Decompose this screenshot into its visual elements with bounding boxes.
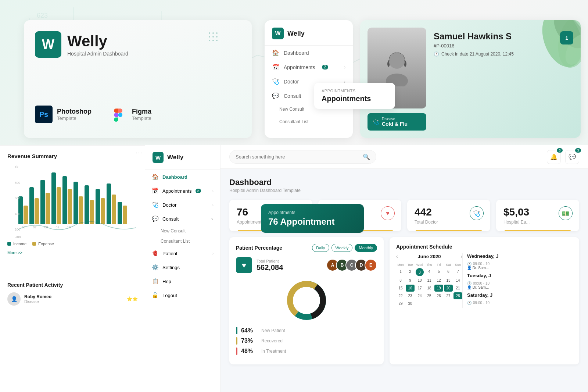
filter-daily[interactable]: Daily <box>312 244 329 252</box>
logout-icon: 🔓 <box>152 292 159 299</box>
doctor-icon: 🩺 <box>272 78 279 85</box>
cal-day[interactable]: 25 <box>425 292 434 299</box>
cal-day[interactable]: 11 <box>425 277 434 284</box>
sidebar-item-patient[interactable]: 🫀 Patient › <box>145 246 220 260</box>
patient-id: #P-00016 <box>434 43 573 49</box>
cal-day[interactable]: 23 <box>406 292 415 299</box>
notification-button[interactable]: 🔔 3 <box>547 150 561 164</box>
svg-point-20 <box>216 36 218 38</box>
cal-day[interactable]: 1 <box>396 268 405 276</box>
cal-day[interactable]: 18 <box>425 285 434 292</box>
stat-doctor: 442 Total Doctor 🩺 <box>407 200 490 231</box>
appt-count: Appointments <box>322 95 388 103</box>
cal-day[interactable]: 26 <box>434 292 443 299</box>
cal-day[interactable]: 5 <box>434 268 443 276</box>
sidebar: W Welly 🏠 Dashboard 📅 Appointments 2 › 🩺… <box>145 145 220 392</box>
nav-brand: W Welly <box>265 28 353 46</box>
cal-day[interactable]: 27 <box>444 292 453 299</box>
search-input[interactable] <box>236 154 360 160</box>
sidebar-item-consult[interactable]: 💬 Consult ∨ <box>145 212 220 226</box>
donut-chart <box>236 278 377 322</box>
sidebar-item-hep[interactable]: 📋 Hep <box>145 274 220 288</box>
brand-logo-area: W Welly Hospital Admin Dashboard <box>35 31 128 58</box>
search-bar[interactable]: 🔍 <box>229 150 376 164</box>
clock-icon: 🕐 <box>434 51 439 57</box>
chevron-icon3: › <box>212 252 214 256</box>
brand-text: Welly Hospital Admin Dashboard <box>67 32 128 57</box>
sidebar-item-settings[interactable]: ⚙️ Settings <box>145 260 220 274</box>
cal-prev-arrow[interactable]: ‹ <box>396 253 398 259</box>
sidebar-item-logout[interactable]: 🔓 Logout <box>145 288 220 302</box>
lower-row: Patient Percentage Daily Weekly Monthly … <box>229 237 579 364</box>
sidebar-item-doctor[interactable]: 🩺 Doctor › <box>145 198 220 212</box>
cal-day[interactable]: 29 <box>396 300 405 307</box>
cal-day-highlight[interactable]: 19 <box>434 285 443 292</box>
nav-item-dashboard[interactable]: 🏠 Dashboard <box>265 46 353 60</box>
nav-item-appointments[interactable]: 📅 Appointments 2 › <box>265 60 353 74</box>
cal-day[interactable]: 12 <box>434 277 443 284</box>
sidebar-item-new-consult[interactable]: New Consult <box>145 226 220 236</box>
stat-label-doctor: Total Doctor <box>415 220 483 225</box>
appointment-schedule-card: Appointment Schedule ‹ June 2020 › Mon T… <box>390 237 579 364</box>
message-button[interactable]: 💬 3 <box>565 150 579 164</box>
cal-day[interactable]: 30 <box>406 300 415 307</box>
filter-weekly[interactable]: Weekly <box>331 244 353 252</box>
cal-day[interactable]: 10 <box>415 277 424 284</box>
calendar-icon: 📅 <box>272 64 279 71</box>
clock-icon3: 🕐 <box>467 301 472 305</box>
cal-day[interactable]: 9 <box>406 277 415 284</box>
patient-profile-card: 🩺 Disease Cold & Flu Samuel Hawkins S #P… <box>360 20 581 138</box>
sidebar-item-dashboard[interactable]: 🏠 Dashboard <box>145 170 220 184</box>
pct-card-header: Patient Percentage Daily Weekly Monthly <box>236 244 377 252</box>
brand-tagline: Hospital Admin Dashboard <box>67 51 128 57</box>
chart-area: 1k800600400200 06 07 08 09 10 <box>7 165 138 239</box>
svg-point-19 <box>212 36 214 38</box>
recovered-indicator <box>236 337 237 345</box>
page-badge: 1 <box>560 31 573 44</box>
cal-day[interactable]: 15 <box>396 285 405 292</box>
cal-day[interactable]: 17 <box>415 285 424 292</box>
clock-icon2: 🕐 <box>467 281 472 285</box>
patient-avatars: A B C D E <box>326 259 377 271</box>
svg-point-16 <box>212 32 214 34</box>
stethoscope-stat-icon: 🩺 <box>470 206 484 220</box>
cal-day[interactable]: 21 <box>453 285 462 292</box>
appt-item-1: 🕐09:00 - 10 👤 Dr. Sam... <box>467 262 573 270</box>
revenue-title: Revenue Summary <box>7 153 57 159</box>
more-link[interactable]: More >> <box>7 250 22 255</box>
appt-green-label: Appointments <box>268 210 356 215</box>
chart-legend: Income Expense <box>7 242 138 246</box>
topbar-icons: 🔔 3 💬 3 <box>547 150 579 164</box>
stat-earning: $5,03 Hospital Ea... 💵 <box>496 200 579 231</box>
figma-template: Figma Template <box>110 106 151 123</box>
dots-menu[interactable]: ⋯ <box>136 149 142 157</box>
bell-icon: 🔔 <box>550 153 557 160</box>
patient-row: 👤 Roby Romeo Disease ⭐⭐ <box>7 292 138 306</box>
filter-monthly[interactable]: Monthly <box>355 244 377 252</box>
nav-item-consultant-list[interactable]: Consultant List <box>265 115 353 128</box>
photoshop-template: Ps Photoshop Template <box>35 106 92 123</box>
appt-float-label: Appointments <box>322 89 388 93</box>
stat-label-earning: Hospital Ea... <box>503 220 572 225</box>
cal-grid: Mon Tue Wed Thu Fri Sat Sun 1 2 3 4 5 6 <box>396 262 462 307</box>
cal-day[interactable]: 6 <box>444 268 453 276</box>
disease-badge: 🩺 Disease Cold & Flu <box>368 113 426 131</box>
cal-day[interactable]: 14 <box>453 277 462 284</box>
cal-day[interactable]: 13 <box>444 277 453 284</box>
cal-day-today[interactable]: 3 <box>416 268 424 276</box>
cal-day-highlight[interactable]: 28 <box>453 292 462 299</box>
svg-point-34 <box>296 290 317 311</box>
sidebar-item-consultant-list[interactable]: Consultant List <box>145 236 220 246</box>
cal-day[interactable]: 4 <box>425 268 434 276</box>
cal-day-highlight[interactable]: 20 <box>444 285 453 292</box>
filter-buttons: Daily Weekly Monthly <box>312 244 377 252</box>
cal-day[interactable]: 24 <box>415 292 424 299</box>
cal-day[interactable]: 8 <box>396 277 405 284</box>
cal-day[interactable]: 7 <box>453 268 462 276</box>
sidebar-item-appointments[interactable]: 📅 Appointments 2 › <box>145 184 220 198</box>
message-icon: 💬 <box>569 153 576 160</box>
cal-day[interactable]: 22 <box>396 292 405 299</box>
sidebar-brand: W Welly <box>145 145 220 170</box>
cal-day-highlight[interactable]: 16 <box>406 285 415 292</box>
cal-day[interactable]: 2 <box>406 268 415 276</box>
